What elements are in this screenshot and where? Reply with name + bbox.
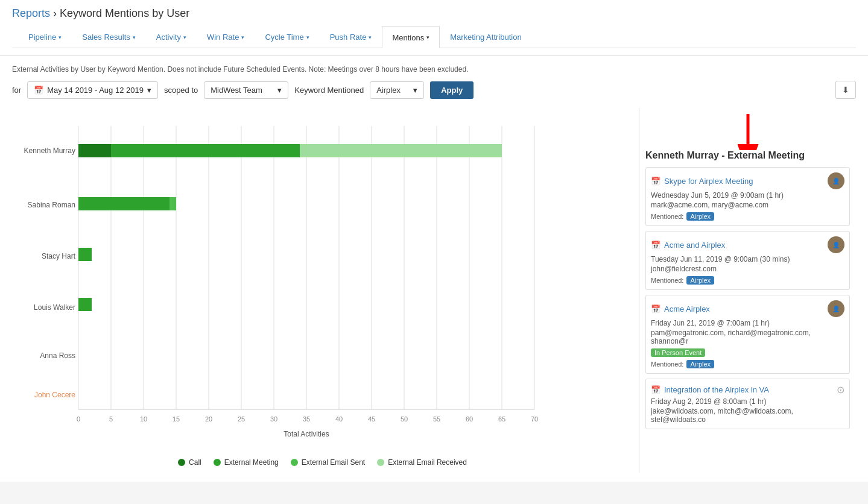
tab-push-rate[interactable]: Push Rate ▾ [320,26,382,48]
page-description: External Activities by User by Keyword M… [12,65,856,74]
page-title: Keyword Mentions by User [60,7,189,19]
for-label: for [12,86,21,95]
team-select[interactable]: MidWest Team ▾ [204,81,288,99]
bar-stacy-ext-meeting[interactable] [78,248,92,261]
legend-ext-meeting: External Meeting [214,458,279,467]
filter-row: for 📅 May 14 2019 - Aug 12 2019 ▾ scoped… [12,81,856,99]
chart-legend: Call External Meeting External Email Sen… [12,458,633,467]
event-title-text: Acme Airplex [664,304,710,313]
breadcrumb-separator: › [53,7,57,19]
tab-sales-results[interactable]: Sales Results ▾ [72,26,145,48]
legend-dot-ext-meeting [214,459,221,466]
x-tick-60: 60 [466,415,473,423]
mentioned-label: Mentioned: [651,277,683,284]
keyword-select[interactable]: Airplex ▾ [370,81,424,99]
caret-icon: ▾ [59,34,62,40]
legend-email-received-label: External Email Received [388,458,467,467]
event-title-integration[interactable]: 📅 Integration of the Airplex in VA ⊙ [651,384,844,395]
x-tick-25: 25 [238,415,245,423]
in-person-tag: In Person Event [651,348,705,357]
legend-dot-call [178,459,185,466]
x-tick-55: 55 [433,415,440,423]
mentioned-label: Mentioned: [651,361,683,368]
x-tick-5: 5 [109,415,113,423]
nav-tabs: Pipeline ▾ Sales Results ▾ Activity ▾ Wi… [12,26,856,48]
legend-dot-email-sent [291,459,298,466]
x-tick-45: 45 [368,415,375,423]
x-tick-30: 30 [270,415,277,423]
tab-pipeline[interactable]: Pipeline ▾ [18,26,72,48]
event-tags: Mentioned: Airplex [651,276,844,285]
x-tick-65: 65 [498,415,505,423]
calendar-icon: 📅 [651,304,661,313]
event-title-skype[interactable]: 📅 Skype for Airplex Meeting 👤 [651,172,844,189]
keyword-tag: Airplex [686,212,714,221]
tab-mentions[interactable]: Mentions ▾ [382,26,440,48]
caret-icon: ▾ [306,34,309,40]
legend-email-received: External Email Received [377,458,467,467]
x-tick-15: 15 [173,415,180,423]
user-label-anna: Anna Ross [40,351,75,360]
event-title-acme2[interactable]: 📅 Acme Airplex 👤 [651,300,844,317]
bar-louis-ext-meeting[interactable] [78,298,92,311]
user-label-sabina: Sabina Roman [28,201,75,209]
calendar-icon: 📅 [651,177,661,186]
download-button[interactable]: ⬇ [835,81,856,99]
event-card-acme-airplex-2: 📅 Acme Airplex 👤 Friday Jun 21, 2019 @ 7… [645,295,850,374]
tab-cycle-time[interactable]: Cycle Time ▾ [255,26,319,48]
apply-button[interactable]: Apply [430,81,474,99]
chevron-down-icon: ▾ [147,86,151,95]
legend-call-label: Call [189,458,201,467]
event-tags: In Person Event [651,348,844,357]
chevron-down-icon: ▾ [277,86,282,95]
breadcrumb: Reports › Keyword Mentions by User [12,7,856,20]
x-tick-70: 70 [531,415,538,423]
caret-icon: ▾ [241,34,244,40]
legend-call: Call [178,458,201,467]
chart-area: 0 5 10 15 20 25 30 35 40 45 50 55 60 65 … [12,108,639,473]
legend-dot-email-received [377,459,384,466]
event-card-acme-airplex: 📅 Acme and Airplex 👤 Tuesday Jun 11, 201… [645,231,850,290]
bar-kenneth-email-received[interactable] [300,144,502,157]
tab-marketing-attribution[interactable]: Marketing Attribution [440,26,532,48]
x-axis-title: Total Activities [284,430,329,438]
event-title-text: Acme and Airplex [664,241,725,250]
event-title-text: Integration of the Airplex in VA [664,385,769,394]
tab-win-rate[interactable]: Win Rate ▾ [197,26,255,48]
toggle-icon[interactable]: ⊙ [837,384,844,395]
bar-chart: 0 5 10 15 20 25 30 35 40 45 50 55 60 65 … [12,114,555,452]
legend-email-sent: External Email Sent [291,458,365,467]
caret-icon: ▾ [369,34,372,40]
event-tags-2: Mentioned: Airplex [651,360,844,368]
event-card-integration: 📅 Integration of the Airplex in VA ⊙ Fri… [645,379,850,429]
team-value: MidWest Team [211,86,262,95]
event-tags: Mentioned: Airplex [651,212,844,221]
avatar: 👤 [828,300,844,317]
event-card-skype: 📅 Skype for Airplex Meeting 👤 Wednesday … [645,167,850,226]
bar-sabina-ext-meeting[interactable] [78,197,169,210]
event-title-acme[interactable]: 📅 Acme and Airplex 👤 [651,236,844,253]
keyword-value: Airplex [376,86,401,95]
event-title-text: Skype for Airplex Meeting [664,177,753,186]
mentioned-label: Mentioned: [651,213,683,220]
bar-sabina-email-sent[interactable] [169,197,176,210]
reports-link[interactable]: Reports [12,7,50,19]
keyword-tag: Airplex [686,360,714,368]
bar-kenneth-ext-meeting[interactable] [111,144,300,157]
event-meta: Wednesday Jun 5, 2019 @ 9:00am (1 hr) [651,191,844,200]
bar-kenneth-call[interactable] [78,144,111,157]
x-tick-0: 0 [77,415,80,423]
event-meta: Friday Aug 2, 2019 @ 8:00am (1 hr) [651,397,844,406]
x-tick-20: 20 [205,415,212,423]
x-tick-50: 50 [401,415,408,423]
calendar-icon: 📅 [651,241,661,250]
event-participants: pam@megatronic.com, richard@megatronic.c… [651,329,844,345]
date-range-picker[interactable]: 📅 May 14 2019 - Aug 12 2019 ▾ [27,81,158,99]
caret-icon: ▾ [426,34,429,40]
event-participants: john@fieldcrest.com [651,265,844,273]
user-label-stacy: Stacy Hart [42,252,76,260]
event-participants: jake@wildoats.com, mitch@@wildoats.com, … [651,407,844,424]
legend-email-sent-label: External Email Sent [302,458,365,467]
main-area: 0 5 10 15 20 25 30 35 40 45 50 55 60 65 … [12,108,856,473]
tab-activity[interactable]: Activity ▾ [146,26,197,48]
